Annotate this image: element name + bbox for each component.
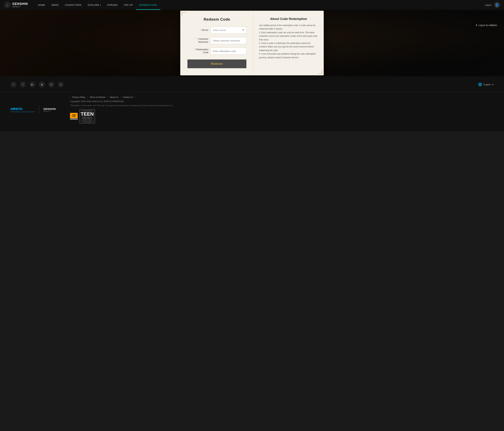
esrb-rating: TEEN <box>81 112 94 116</box>
code-label: * RedemptionCode <box>188 48 208 54</box>
logo-text: GENSHIN IMPACT <box>12 2 28 8</box>
modal-left-panel: Redeem Code * Server Select server Ameri… <box>180 11 253 75</box>
nickname-label: * CharacterNickname <box>188 38 208 44</box>
genshin-footer-logo-block: GENSHIN IMPACT <box>43 108 56 112</box>
mihoyo-logo-block: miHoYo TECH OTAKUS SAVE THE WORLD <box>10 107 35 113</box>
genshin-footer-sub: IMPACT <box>43 110 56 112</box>
nav-topup[interactable]: TOP-UP <box>121 0 136 10</box>
explore-dropdown-arrow: ▾ <box>100 4 101 6</box>
modal-right-panel: About Code Redemption and validity perio… <box>253 11 324 75</box>
nav-redeemcode[interactable]: REDEEM CODE <box>136 0 160 10</box>
footer-main: miHoYo TECH OTAKUS SAVE THE WORLD GENSHI… <box>0 92 504 128</box>
avatar-icon: 👤 <box>495 3 499 7</box>
redeem-modal: Redeem Code * Server Select server Ameri… <box>180 11 324 75</box>
footer-social-bar: f 𝕏 ▶ ◉ ⊕ ◎ 🌐 English ▾ <box>0 81 504 92</box>
nav-forums[interactable]: FORUMS <box>104 0 121 10</box>
nav-home[interactable]: HOME <box>35 0 48 10</box>
copyright-text: Copyright© 2012-2020 miHoYo ALL RIGHTS R… <box>70 100 494 103</box>
twitter-icon[interactable]: 𝕏 <box>20 81 26 88</box>
discord-icon[interactable]: ⊕ <box>48 81 54 88</box>
about-text: and validity period of the redemption co… <box>259 24 318 59</box>
footer-info: Privacy Policy Terms of Service About Us… <box>70 96 494 123</box>
nickname-required: * <box>197 38 198 40</box>
genshin-footer-name: GENSHIN <box>43 108 56 110</box>
social-icons: f 𝕏 ▶ ◉ ⊕ ◎ <box>10 81 64 88</box>
mihoyo-name: miHoYo <box>10 107 35 111</box>
nav-characters[interactable]: CHARACTERS <box>62 0 85 10</box>
esrb-badge-block: US/CANADA TEEN Alcohol Reference Fantasy… <box>79 109 95 123</box>
facebook-icon[interactable]: f <box>10 81 17 88</box>
hero-section: Log in to redeem Redeem Code * Server Se… <box>0 10 504 76</box>
logo-divider <box>39 105 39 114</box>
youtube-icon[interactable]: ▶ <box>29 81 35 88</box>
lang-dropdown-arrow: ▾ <box>492 83 494 86</box>
server-select[interactable]: Select server America Europe Asia TW, HK… <box>210 26 246 34</box>
esrb-sub: In-Game Purchases / Users Interact <box>81 120 94 123</box>
logo-subtitle: IMPACT <box>12 6 21 8</box>
modal-title: Redeem Code <box>188 17 246 22</box>
footer-logos: miHoYo TECH OTAKUS SAVE THE WORLD GENSHI… <box>10 96 60 123</box>
esrb-descriptors: Alcohol Reference Fantasy Violence <box>81 116 94 120</box>
redemption-code-input[interactable] <box>210 48 246 55</box>
nav-links: HOME NEWS CHARACTERS EXPLORE ▾ FORUMS TO… <box>35 0 485 10</box>
language-selector[interactable]: 🌐 English ▾ <box>478 83 494 86</box>
redeem-button[interactable]: Redeem <box>188 60 246 68</box>
trademark-text: "PlayStation Family Mark" and "PS4 logo"… <box>70 104 494 107</box>
nav-explore[interactable]: EXPLORE ▾ <box>85 0 104 10</box>
logo-area[interactable]: ♪ GENSHIN IMPACT <box>4 2 28 8</box>
nickname-row: * CharacterNickname <box>188 37 246 44</box>
contact-us-link[interactable]: Contact Us <box>121 96 135 98</box>
server-row: * Server Select server America Europe As… <box>188 26 246 34</box>
about-us-link[interactable]: About Us <box>108 96 121 98</box>
globe-icon: 🌐 <box>478 83 482 86</box>
server-required: * <box>200 29 201 31</box>
footer-links: Privacy Policy Terms of Service About Us… <box>70 96 494 98</box>
code-row: * RedemptionCode <box>188 48 246 55</box>
modal-wrapper: Redeem Code * Server Select server Ameri… <box>180 11 324 75</box>
mihoyo-tagline: TECH OTAKUS SAVE THE WORLD <box>10 111 35 113</box>
login-link[interactable]: Log In <box>485 4 491 6</box>
nav-right: Log In 👤 <box>485 2 500 8</box>
pegi-rating: 12 <box>70 113 78 118</box>
pegi-badge-block: 12 www.pegi.info <box>70 113 78 120</box>
nav-news[interactable]: NEWS <box>48 0 62 10</box>
nickname-input[interactable] <box>210 37 246 44</box>
rating-badges: 12 www.pegi.info US/CANADA TEEN Alcohol … <box>70 109 494 123</box>
privacy-policy-link[interactable]: Privacy Policy <box>70 96 88 98</box>
terms-of-service-link[interactable]: Terms of Service <box>88 96 108 98</box>
about-title: About Code Redemption <box>259 17 318 21</box>
logo-icon: ♪ <box>4 2 10 8</box>
login-to-redeem-link[interactable]: Log in to redeem <box>476 24 497 26</box>
server-label: * Server <box>188 29 208 32</box>
logo-title: GENSHIN <box>12 2 28 6</box>
navbar: ♪ GENSHIN IMPACT HOME NEWS CHARACTERS EX… <box>0 0 504 10</box>
instagram-icon[interactable]: ◉ <box>39 81 45 88</box>
reddit-icon[interactable]: ◎ <box>58 81 64 88</box>
pegi-url: www.pegi.info <box>70 118 78 120</box>
code-required: * <box>194 48 195 51</box>
avatar[interactable]: 👤 <box>494 2 500 8</box>
footer: f 𝕏 ▶ ◉ ⊕ ◎ 🌐 English ▾ miHoYo TECH OTAK… <box>0 76 504 131</box>
language-label: English <box>483 83 491 86</box>
